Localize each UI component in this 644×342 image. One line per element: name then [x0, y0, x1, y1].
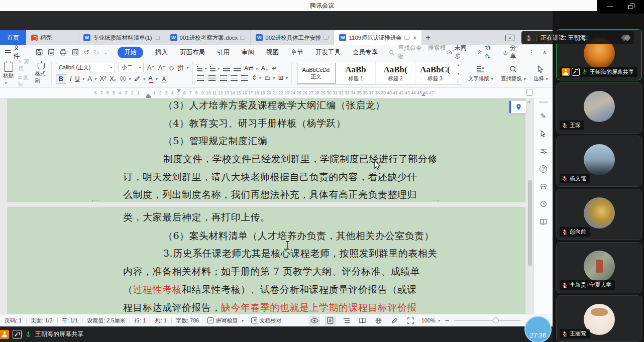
tab-docer[interactable]: 稻壳 — [26, 30, 78, 45]
fit-page-button[interactable] — [405, 316, 416, 325]
toolbar-drag-handle[interactable] — [539, 101, 548, 103]
spell-check-toggle[interactable]: ✓ 拼写检查 ▾ — [203, 317, 247, 324]
select-cursor-icon[interactable] — [539, 129, 548, 138]
cut-button[interactable]: ✂ 剪切 — [18, 58, 31, 72]
increase-indent-button[interactable] — [234, 66, 241, 71]
format-painter-button[interactable]: 格式刷 — [35, 61, 48, 85]
subscript-button[interactable]: X₂ — [110, 76, 116, 82]
participant-tile-wangchen[interactable]: 王琛 — [556, 82, 642, 134]
document-text-line[interactable]: 订，明天发到群里，请八大块老师根据自己负责的内容，看还缺少什 — [123, 171, 417, 184]
reading-book-icon[interactable] — [539, 217, 548, 226]
save-icon[interactable] — [36, 49, 43, 56]
tab-review[interactable]: 审阅 — [242, 48, 254, 57]
participant-tile-pengxiangqian[interactable]: 彭向前 — [556, 189, 642, 240]
sort-button[interactable]: A↓ — [261, 65, 269, 72]
document-area[interactable]: （3）人才培养方案及课程教学大纲汇编（张启龙）（4）教育实习、研习手册样板（杨学… — [0, 98, 553, 314]
highlight-color-button[interactable]: 🖉▾ — [134, 76, 145, 82]
justify-button[interactable] — [231, 75, 238, 81]
tab-doc-1[interactable]: W 专业纸质版材料清单(1) — [78, 30, 165, 45]
document-text-line[interactable]: （6）案头材料清单（人才培养办负责，其他相关办公室负责） — [163, 230, 434, 243]
restore-button[interactable] — [623, 2, 637, 12]
bold-button[interactable]: B — [56, 74, 66, 84]
status-item[interactable]: 节: 1/1 — [57, 317, 82, 324]
doc-locate-button[interactable] — [509, 100, 526, 113]
style-normal[interactable]: AaBbCcDd 正文 — [296, 62, 336, 84]
tab-section[interactable]: 章节 — [291, 48, 303, 57]
decrease-indent-button[interactable] — [223, 66, 230, 71]
participant-tile-wangliying[interactable]: 王丽莺 — [556, 295, 642, 342]
tab-view[interactable]: 视图 — [266, 48, 279, 57]
minimize-button[interactable] — [603, 2, 617, 12]
scrollbar-thumb[interactable] — [528, 180, 532, 266]
style-heading-2[interactable]: AaBb( 标题 2 — [376, 62, 415, 84]
document-text-line[interactable]: 制度文件，学校文件已经发到群里，学院制度已经进行了部分修 — [163, 153, 438, 166]
share-button[interactable]: 分享 — [503, 44, 520, 61]
document-text-line[interactable]: （5）管理规定制度汇编 — [163, 135, 268, 148]
phonetic-guide-button[interactable]: 拼▾ — [177, 65, 188, 71]
decrease-font-button[interactable]: A⁻ — [158, 65, 166, 71]
ink-annotate-icon[interactable]: ✎ — [539, 111, 548, 121]
tab-page-layout[interactable]: 页面布局 — [180, 48, 205, 57]
style-heading-3[interactable]: AaBbC( 标题 3 — [415, 62, 455, 84]
outline-view-button[interactable] — [341, 316, 352, 325]
horizontal-ruler[interactable]: 8765432112345678910111213141516171819202… — [0, 88, 553, 98]
page-view-button[interactable] — [325, 316, 336, 325]
select-button[interactable]: 选择▾ — [531, 61, 550, 85]
new-tab-button[interactable]: + — [421, 30, 435, 45]
read-view-button[interactable] — [357, 316, 368, 325]
bullets-button[interactable]: ▾ — [197, 66, 206, 71]
review-pen-button[interactable] — [389, 316, 400, 325]
paste-button[interactable]: 粘贴▾ — [3, 61, 14, 85]
tab-dev-tools[interactable]: 开发工具 — [315, 48, 341, 57]
status-item[interactable]: 设置值: 2.5厘米 — [82, 317, 130, 324]
clear-format-button[interactable]: ◇ — [169, 65, 174, 71]
copy-button[interactable]: ⧉ 复制 — [18, 74, 31, 88]
tab-references[interactable]: 引用 — [217, 48, 230, 57]
numbering-button[interactable]: ▾ — [210, 66, 220, 71]
template-store-icon[interactable] — [539, 182, 548, 191]
find-replace-button[interactable]: 查找替换▾ — [499, 61, 527, 85]
borders-button[interactable]: ⊞▾ — [278, 75, 288, 81]
sync-status[interactable]: 未同步 — [446, 44, 469, 61]
document-text-line[interactable]: 么制度，列出制度名称，我们再想法补充，具体有高正亮负责整理归 — [123, 188, 417, 201]
document-text-line[interactable]: 内容，准备相关材料；如手册的第 7 页教学大纲、评分标准、成绩单 — [123, 265, 420, 278]
home-tab[interactable]: 首页 — [0, 30, 26, 45]
increase-font-button[interactable]: A⁺ — [147, 65, 155, 71]
doc-proof-button[interactable]: ✕ 文档校对 — [247, 317, 285, 324]
adjust-settings-icon[interactable] — [539, 147, 548, 156]
text-effects-button[interactable]: Ⓐ▾ — [120, 76, 131, 82]
styles-up-icon[interactable]: ▲ — [457, 63, 460, 67]
help-icon[interactable]: ? — [539, 164, 548, 173]
print-preview-icon[interactable] — [72, 49, 79, 56]
zoom-out-button[interactable]: − — [445, 316, 449, 324]
hanging-indent-marker[interactable] — [146, 96, 151, 98]
split-view-icon[interactable]: 4 — [505, 35, 514, 41]
status-item[interactable]: 行: 1 — [130, 317, 150, 324]
styles-more-icon[interactable]: ≡ — [457, 80, 460, 83]
ruler-page-icon[interactable] — [526, 89, 532, 96]
tab-close-icon[interactable]: × — [413, 34, 417, 42]
vertical-scrollbar[interactable]: ▲ — [526, 98, 533, 314]
tab-home[interactable]: 开始 — [118, 47, 143, 58]
tab-doc-3[interactable]: W 002进校具体工作安排 — [251, 30, 334, 45]
document-text-line[interactable]: 程目标达成评价报告，缺今年春季的也就是上学期的课程目标评价报 — [123, 301, 417, 314]
underline-button[interactable]: U▾ — [75, 76, 84, 82]
tab-doc-2[interactable]: W 001进校考察方案.docx — [165, 30, 251, 45]
superscript-button[interactable]: X² — [100, 76, 106, 82]
show-marks-button[interactable]: ↵ — [272, 65, 277, 72]
participant-tile-lixingui[interactable]: 李新贵+宁夏大学 — [556, 242, 642, 293]
char-shading-button[interactable]: A — [161, 76, 167, 82]
line-spacing-button[interactable]: ⇕▾ — [252, 75, 261, 81]
style-heading-1[interactable]: AaBb 标题 1 — [336, 62, 376, 84]
text-layout-button[interactable]: A 文字排版▾ — [466, 61, 495, 85]
status-item[interactable]: 列: 1 — [151, 317, 171, 324]
zoom-slider[interactable] — [454, 317, 520, 324]
font-color-button[interactable]: A▾ — [149, 75, 157, 83]
status-item[interactable]: 页码: 1 — [0, 317, 26, 324]
more-menu-icon[interactable]: ⋮ — [528, 49, 534, 56]
document-text-line[interactable]: （3）人才培养方案及课程教学大纲汇编（张启龙） — [163, 99, 385, 112]
scroll-up-icon[interactable]: ▲ — [527, 99, 531, 103]
web-view-button[interactable] — [373, 316, 384, 325]
command-search-input[interactable]: 查找命令、搜索模板 — [389, 44, 446, 61]
quickbar-more-icon[interactable]: ⌄ — [103, 50, 108, 55]
